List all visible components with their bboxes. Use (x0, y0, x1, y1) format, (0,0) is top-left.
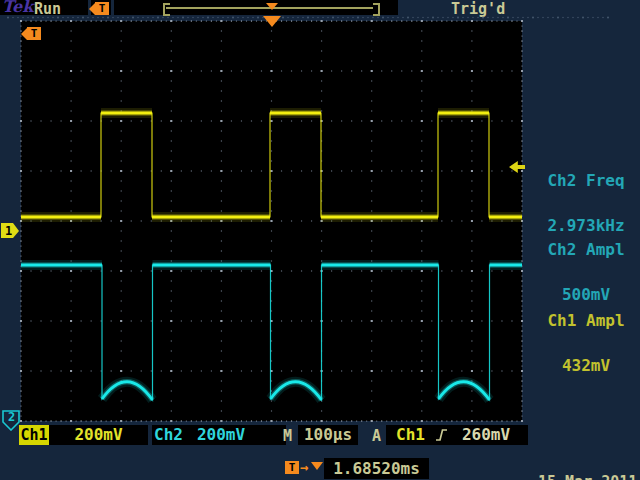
oscilloscope-screen: Tek Run Trig'd T T 1 2 Ch2 Freq 2.973kHz… (0, 0, 640, 480)
measurement-ch1-ampl: Ch1 Ampl 432mV (532, 283, 640, 403)
measurement-label: Ch2 Freq (532, 173, 640, 188)
ch1-ground-marker: 1 (1, 223, 20, 239)
trigger-level-value: 260mV (462, 425, 510, 445)
ch2-scale-readout: Ch2 200mV (152, 425, 286, 445)
trigger-time-pointer-icon (311, 462, 323, 470)
trigger-time-value: 1.68520ms (324, 458, 429, 479)
ch2-ground-marker: 2 (2, 410, 20, 431)
datetime-readout: 15 Mar 2011 16:48:54 (538, 445, 637, 480)
trigger-readout: Ch1 260mV (386, 425, 528, 445)
graticule-trigger-t-icon: T (27, 27, 41, 40)
record-view-left-bracket-icon (163, 3, 170, 16)
ch2-scale-label: Ch2 (154, 425, 183, 445)
measurement-label: Ch2 Ampl (532, 242, 640, 257)
record-view-right-bracket-icon (373, 3, 380, 16)
trigger-position-marker-icon (263, 16, 281, 27)
measurement-value: 432mV (532, 358, 640, 373)
graticule (21, 21, 522, 421)
acquisition-status: Run (34, 0, 61, 18)
ch2-volts-per-div: 200mV (197, 425, 245, 445)
measurement-label: Ch1 Ampl (532, 313, 640, 328)
date-value: 15 Mar 2011 (538, 475, 637, 480)
trigger-position-marker-small-icon (266, 3, 278, 10)
trigger-status: Trig'd (451, 0, 505, 18)
ch2-marker-label: 2 (8, 410, 15, 424)
trigger-source: Ch1 (396, 425, 425, 445)
rising-edge-icon (435, 428, 448, 442)
ch1-scale-label: Ch1 (19, 425, 49, 445)
trigger-time-arrow-icon: → (300, 459, 308, 475)
timebase-label: M (283, 427, 292, 445)
trigger-position-t-icon: T (95, 2, 109, 15)
tek-logo: Tek (2, 0, 33, 16)
timebase-value: 100µs (298, 425, 358, 445)
trigger-time-t-icon: T (285, 461, 299, 474)
ch1-marker-label: 1 (5, 224, 12, 238)
ch1-volts-per-div: 200mV (49, 425, 148, 445)
trigger-mode-label: A (372, 427, 381, 445)
